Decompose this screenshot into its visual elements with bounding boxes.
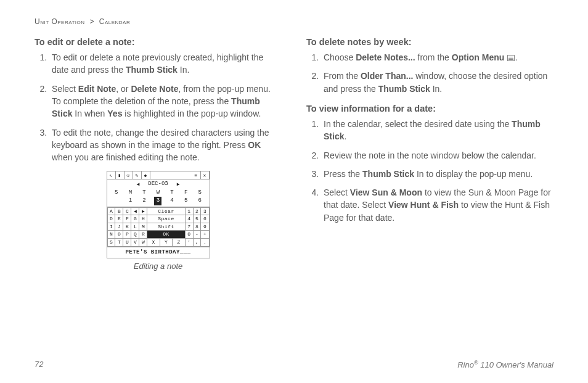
key: + (201, 231, 209, 239)
tool-icon: ✎ (133, 171, 142, 179)
list-item: Select View Sun & Moon to view the Sun &… (321, 186, 553, 224)
key: 7 (185, 223, 193, 231)
key: K (123, 223, 131, 231)
signal-icon: ▮ (116, 171, 125, 179)
key: R (139, 231, 147, 239)
key: 9 (201, 223, 209, 231)
day-num: 4 (168, 197, 176, 205)
step-text: Review the note in the note window below… (324, 150, 536, 160)
sat-icon: ◆ (142, 171, 150, 179)
heading-view-info-for-date: To view information for a date: (306, 102, 553, 115)
list-item: Review the note in the note window below… (321, 149, 553, 162)
key: . (201, 238, 209, 246)
footer-title-name: Rino (457, 360, 474, 369)
key-shift: Shift (147, 223, 185, 231)
left-column: To edit or delete a note: To edit or del… (35, 35, 282, 272)
step-text: In. (178, 65, 189, 75)
contact-icon: ☺ (125, 171, 133, 179)
device-screenshot-figure: ↖ ▮ ☺ ✎ ◆ ≡ ✕ ◀ DEC-03 ▶ (107, 171, 210, 258)
key: X (147, 238, 160, 246)
key: 5 (193, 215, 201, 223)
step-text: In to display the pop-up menu. (414, 169, 533, 179)
list-item: From the Older Than... window, choose th… (321, 70, 553, 95)
breadcrumb-page: Calendar (99, 17, 130, 26)
step-text: , or (116, 84, 131, 94)
key: I (107, 223, 115, 231)
figure-date-label: DEC-03 (144, 180, 171, 188)
key: U (123, 238, 131, 246)
registered-mark: ® (474, 360, 478, 366)
menu-icon: ≡ (192, 171, 201, 179)
term-view-sun-moon: View Sun & Moon (350, 187, 422, 197)
step-text: Select (52, 84, 78, 94)
week-day: F (182, 189, 190, 197)
list-item: Press the Thumb Stick In to display the … (321, 168, 553, 180)
prev-arrow-icon: ◀ (136, 181, 139, 188)
figure-caption: Editing a note (35, 261, 282, 273)
key: W (139, 238, 147, 246)
step-text: . (515, 52, 518, 62)
term-older-than: Older Than... (361, 71, 414, 81)
key: F (123, 215, 131, 223)
term-thumb-stick: Thumb Stick (362, 169, 414, 179)
heading-delete-notes-by-week: To delete notes by week: (306, 36, 553, 49)
key: 4 (185, 215, 193, 223)
key: N (107, 231, 115, 239)
key: 0 (185, 231, 193, 239)
option-menu-icon (507, 55, 515, 61)
key: ' (185, 238, 193, 246)
week-day: T (168, 189, 176, 197)
key: 8 (193, 223, 201, 231)
key: J (115, 223, 123, 231)
step-text: To edit the note, change the desired cha… (52, 128, 269, 150)
key: B (115, 207, 123, 215)
term-thumb-stick: Thumb Stick (126, 65, 178, 75)
step-text: Select (324, 187, 350, 197)
day-num: 2 (141, 197, 148, 205)
figure-week-header: S M T W T F S (107, 189, 210, 197)
next-arrow-icon: ▶ (177, 181, 180, 188)
week-day: S (113, 189, 120, 197)
key: ◀ (131, 207, 139, 215)
day-num: 1 (126, 197, 134, 205)
key: S (107, 238, 115, 246)
term-thumb-stick: Thumb Stick (378, 84, 430, 94)
key: ▶ (139, 207, 147, 215)
key-space: Space (147, 215, 185, 223)
key: O (115, 231, 123, 239)
step-text: From the (324, 71, 361, 81)
step-text: Press the (324, 169, 362, 179)
day-num-selected: 3 (154, 197, 161, 205)
term-view-hunt-fish: View Hunt & Fish (388, 200, 459, 210)
term-ok: OK (248, 140, 261, 150)
key-ok-selected: OK (147, 231, 185, 239)
figure-keyboard: A B C ◀ ▶ Clear 1 2 3 D E (107, 207, 210, 247)
week-day: M (126, 189, 134, 197)
steps-delete-notes-by-week: Choose Delete Notes... from the Option M… (306, 51, 553, 95)
key: P (123, 231, 131, 239)
key-clear: Clear (147, 207, 185, 215)
key: V (131, 238, 139, 246)
step-text: from the (415, 52, 452, 62)
key: M (139, 223, 147, 231)
figure-week-numbers: 1 2 3 4 5 6 (107, 197, 210, 207)
heading-edit-delete-note: To edit or delete a note: (35, 36, 282, 49)
list-item: In the calendar, select the desired date… (321, 118, 553, 143)
figure-note-text: PETE'S BIRTHDAY___ (107, 247, 210, 258)
right-column: To delete notes by week: Choose Delete N… (306, 35, 553, 272)
key: D (107, 215, 115, 223)
week-day: S (196, 189, 203, 197)
key: L (131, 223, 139, 231)
day-num: 5 (182, 197, 190, 205)
step-text: In when (72, 109, 107, 118)
step-text: is highlighted in the pop-up window. (122, 109, 261, 118)
breadcrumb: Unit Operation > Calendar (35, 17, 553, 26)
term-delete-notes: Delete Notes... (356, 52, 415, 62)
day-num (113, 197, 120, 205)
key: - (193, 231, 201, 239)
step-text: In. (430, 84, 442, 94)
footer-title-rest: 110 Owner's Manual (478, 360, 553, 369)
week-day: T (141, 189, 148, 197)
term-option-menu: Option Menu (452, 52, 505, 62)
key: 6 (201, 215, 209, 223)
